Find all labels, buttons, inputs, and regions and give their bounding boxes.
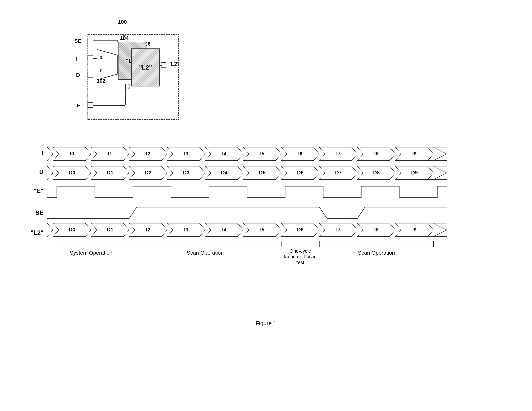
timing-svg: I D "E" SE "L2" I0 I1 I2 I3 <box>28 144 504 315</box>
e-port <box>87 102 93 108</box>
svg-line-61 <box>47 223 53 230</box>
svg-text:D4: D4 <box>221 170 228 176</box>
svg-text:I3: I3 <box>184 227 188 233</box>
svg-text:I8: I8 <box>374 227 379 233</box>
svg-line-83 <box>434 223 447 230</box>
svg-line-58 <box>434 173 447 180</box>
svg-text:0: 0 <box>100 68 103 73</box>
i-port <box>87 55 93 61</box>
svg-text:D6: D6 <box>297 170 304 176</box>
svg-text:I: I <box>42 149 44 156</box>
svg-text:I8: I8 <box>374 151 379 156</box>
svg-marker-8 <box>47 147 53 161</box>
svg-text:I1: I1 <box>108 151 112 156</box>
svg-line-62 <box>47 230 53 237</box>
d-wire <box>93 75 97 75</box>
arrow-100 <box>124 27 124 35</box>
svg-text:launch-off-scan: launch-off-scan <box>284 254 316 259</box>
ref-102-label: 102 <box>97 78 105 84</box>
svg-text:1: 1 <box>100 55 103 60</box>
circuit-diagram: 100 SE I D "E" 1 0 102 <box>68 19 202 129</box>
svg-text:D6: D6 <box>297 227 304 233</box>
svg-text:I4: I4 <box>222 227 226 233</box>
se-wire <box>93 40 118 41</box>
svg-line-9 <box>47 147 53 154</box>
l2-block: "L2" <box>131 48 160 86</box>
mux-l1-wire <box>118 66 118 66</box>
svg-text:Scan Operation: Scan Operation <box>358 250 395 256</box>
svg-text:I9: I9 <box>412 151 417 156</box>
svg-text:D0: D0 <box>69 227 75 233</box>
svg-line-31 <box>434 147 447 154</box>
bubble-l1-wire <box>127 87 128 87</box>
i-label: I <box>76 56 78 62</box>
e-wire-h <box>93 105 125 106</box>
svg-text:I7: I7 <box>336 151 341 156</box>
d-port <box>87 72 93 78</box>
page-container: 100 SE I D "E" 1 0 102 <box>0 0 532 411</box>
svg-text:I9: I9 <box>412 227 417 233</box>
svg-text:D2: D2 <box>145 170 152 176</box>
svg-line-32 <box>434 154 447 161</box>
svg-text:I2: I2 <box>146 227 150 233</box>
svg-text:D0: D0 <box>69 170 75 176</box>
svg-text:D1: D1 <box>107 227 113 233</box>
svg-text:D1: D1 <box>107 170 113 176</box>
svg-text:One-cycle: One-cycle <box>289 248 311 254</box>
svg-text:I2: I2 <box>146 151 150 156</box>
svg-line-10 <box>47 154 53 161</box>
svg-text:test: test <box>296 260 304 265</box>
svg-text:I6: I6 <box>298 151 303 156</box>
svg-text:"L2": "L2" <box>31 229 44 236</box>
se-l1-wire <box>117 40 118 42</box>
svg-text:D5: D5 <box>259 170 266 176</box>
svg-line-57 <box>434 166 447 173</box>
svg-text:D: D <box>39 168 43 175</box>
svg-line-36 <box>47 173 53 180</box>
svg-text:D9: D9 <box>411 170 418 176</box>
mux-component: 1 0 <box>97 49 118 81</box>
svg-text:I3: I3 <box>184 151 188 156</box>
svg-line-84 <box>434 230 447 237</box>
svg-text:I5: I5 <box>260 151 264 156</box>
timing-diagram: I D "E" SE "L2" I0 I1 I2 I3 <box>28 144 504 327</box>
svg-text:I0: I0 <box>70 151 74 156</box>
svg-text:Scan Operation: Scan Operation <box>187 250 224 256</box>
svg-text:"E": "E" <box>34 187 44 194</box>
se-label: SE <box>74 38 81 44</box>
svg-marker-0 <box>97 49 118 80</box>
svg-text:System Operation: System Operation <box>70 250 112 256</box>
svg-text:D8: D8 <box>373 170 380 176</box>
svg-text:D3: D3 <box>183 170 190 176</box>
ref-104-label: 104 <box>120 35 129 41</box>
svg-text:I5: I5 <box>260 227 264 233</box>
d-label: D <box>76 72 80 78</box>
e-wire-v <box>125 84 126 105</box>
output-label: "L2" <box>168 61 180 67</box>
svg-text:I7: I7 <box>336 227 341 233</box>
se-port <box>87 38 93 43</box>
svg-line-35 <box>47 166 53 173</box>
ref-100-label: 100 <box>118 19 127 25</box>
l2-out-wire <box>160 65 162 66</box>
figure-label: Figure 1 <box>28 320 504 327</box>
svg-text:I4: I4 <box>222 151 226 156</box>
i-wire <box>93 58 97 59</box>
e-label: "E" <box>74 103 83 109</box>
svg-text:D7: D7 <box>335 170 342 176</box>
svg-text:SE: SE <box>35 209 44 216</box>
